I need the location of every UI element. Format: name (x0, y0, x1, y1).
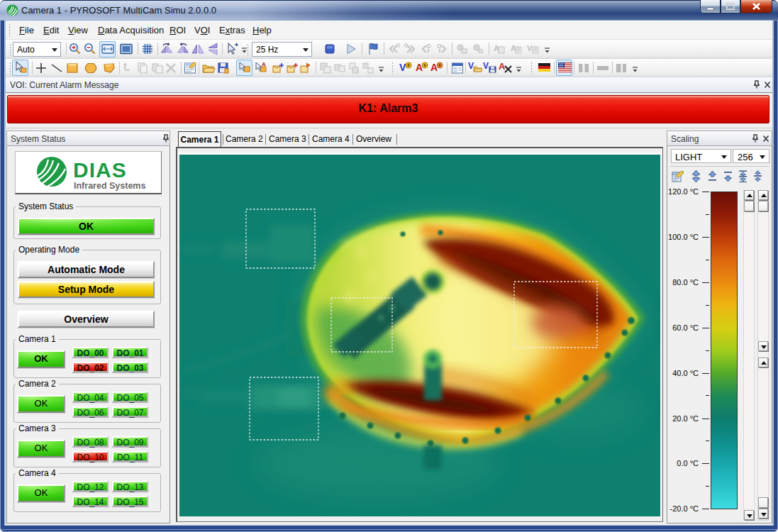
svg-text:V: V (399, 62, 406, 73)
svg-text:V: V (483, 61, 489, 71)
svg-text:A: A (416, 62, 423, 73)
svg-text:Infrared Systems: Infrared Systems (74, 181, 145, 191)
svg-text:V: V (527, 44, 533, 52)
svg-text:A: A (262, 61, 266, 67)
svg-text:A: A (430, 62, 438, 73)
svg-text:DIAS: DIAS (73, 158, 127, 182)
svg-text:V: V (468, 61, 474, 71)
